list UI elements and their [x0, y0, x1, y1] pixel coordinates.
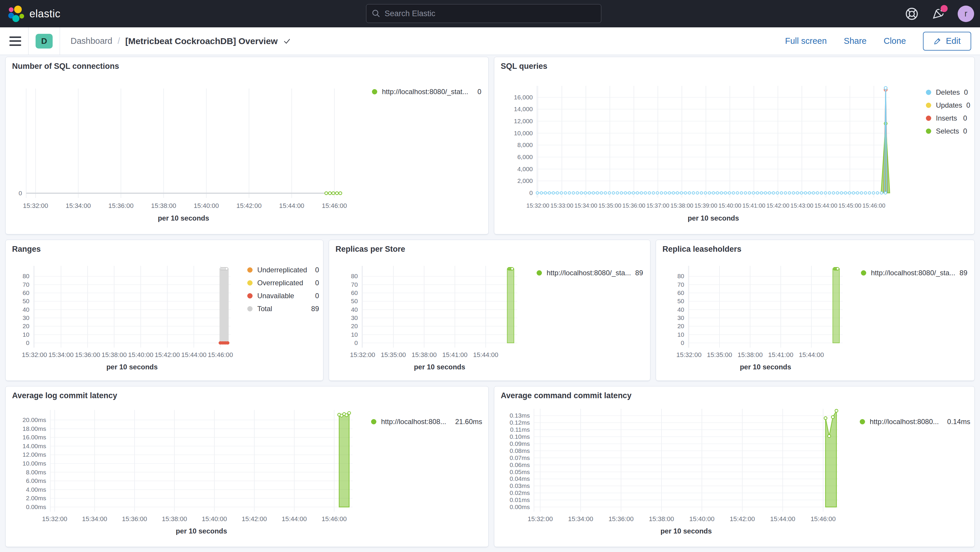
svg-text:15:46:00: 15:46:00	[322, 202, 347, 209]
legend-item[interactable]: Unavailable0	[247, 290, 319, 302]
svg-text:0.06ms: 0.06ms	[509, 461, 530, 468]
svg-text:20.00ms: 20.00ms	[22, 417, 46, 423]
svg-text:10: 10	[351, 331, 358, 338]
svg-text:0.02ms: 0.02ms	[509, 489, 530, 496]
legend-color-dot	[371, 419, 376, 424]
svg-text:60: 60	[678, 290, 684, 296]
replica-leaseholders-chart[interactable]: 0102030405060708015:32:0015:35:0015:38:0…	[656, 240, 975, 381]
dashboard-badge: D	[36, 34, 52, 49]
replicas-per-store-chart[interactable]: 0102030405060708015:32:0015:35:0015:38:0…	[329, 240, 651, 381]
legend-label: Underreplicated	[257, 266, 307, 274]
svg-text:50: 50	[23, 297, 29, 304]
svg-text:per 10 seconds: per 10 seconds	[740, 363, 791, 371]
svg-text:15:40:00: 15:40:00	[194, 202, 219, 209]
sql-connections-chart[interactable]: 015:32:0015:34:0015:36:0015:38:0015:40:0…	[6, 57, 489, 234]
legend-item[interactable]: Deletes0	[926, 86, 967, 99]
legend-color-dot	[247, 293, 253, 299]
svg-text:per 10 seconds: per 10 seconds	[107, 363, 158, 371]
edit-button-label: Edit	[946, 36, 961, 46]
legend-item[interactable]: Overreplicated0	[247, 277, 319, 290]
svg-text:0: 0	[19, 190, 22, 196]
svg-text:2.00ms: 2.00ms	[26, 495, 46, 501]
page-title: [Metricbeat CockroachDB] Overview	[125, 36, 278, 46]
svg-text:15:32:00: 15:32:00	[23, 202, 48, 209]
breadcrumb-dashboard-link[interactable]: Dashboard	[70, 36, 112, 46]
svg-text:15:33:00: 15:33:00	[550, 202, 573, 209]
svg-text:16,000: 16,000	[514, 94, 533, 100]
clone-button[interactable]: Clone	[883, 36, 906, 46]
help-icon[interactable]	[905, 7, 919, 21]
legend-label: http://localhost:8080/_sta...	[547, 269, 631, 277]
command-commit-latency-chart[interactable]: 0.00ms0.01ms0.02ms0.03ms0.04ms0.05ms0.06…	[494, 387, 975, 547]
svg-text:15:40:00: 15:40:00	[202, 515, 227, 523]
svg-text:15:40:00: 15:40:00	[128, 351, 153, 358]
log-commit-latency-chart[interactable]: 0.00ms2.00ms4.00ms6.00ms8.00ms10.00ms12.…	[6, 387, 489, 547]
svg-text:40: 40	[678, 306, 684, 313]
menu-icon[interactable]	[10, 37, 21, 46]
svg-text:15:34:00: 15:34:00	[65, 202, 91, 209]
user-avatar[interactable]: r	[958, 6, 974, 22]
edit-button[interactable]: Edit	[923, 32, 971, 51]
legend-value: 89	[955, 269, 967, 277]
svg-text:15:41:00: 15:41:00	[442, 351, 468, 358]
svg-text:60: 60	[23, 290, 29, 296]
search-icon	[372, 9, 380, 18]
svg-text:15:46:00: 15:46:00	[811, 515, 836, 523]
svg-text:per 10 seconds: per 10 seconds	[414, 363, 465, 371]
global-search[interactable]	[366, 4, 601, 23]
legend-item[interactable]: Selects0	[926, 125, 967, 138]
legend-item[interactable]: Inserts0	[926, 112, 967, 125]
svg-text:70: 70	[678, 281, 684, 288]
elastic-home-link[interactable]: elastic	[8, 6, 60, 22]
legend-item[interactable]: http://localhost:8080/_stat...0	[372, 85, 481, 98]
panel-replicas-per-store: Replicas per Store 0102030405060708015:3…	[329, 240, 651, 381]
svg-text:per 10 seconds: per 10 seconds	[158, 214, 209, 222]
svg-text:0.07ms: 0.07ms	[509, 454, 530, 461]
svg-text:15:42:00: 15:42:00	[730, 515, 755, 523]
svg-text:10,000: 10,000	[514, 130, 533, 137]
svg-text:15:42:00: 15:42:00	[236, 202, 262, 209]
svg-text:15:34:00: 15:34:00	[574, 202, 597, 209]
svg-text:8,000: 8,000	[517, 142, 533, 148]
svg-text:0.05ms: 0.05ms	[509, 468, 530, 475]
legend-item[interactable]: Updates0	[926, 99, 967, 112]
svg-text:0.12ms: 0.12ms	[509, 419, 530, 426]
svg-text:15:44:00: 15:44:00	[279, 202, 304, 209]
legend-color-dot	[247, 280, 253, 286]
legend-value: 0	[962, 101, 970, 110]
legend-item[interactable]: http://localhost:8080/_sta...89	[861, 266, 967, 279]
full-screen-button[interactable]: Full screen	[785, 36, 827, 46]
legend-value: 0	[959, 114, 967, 122]
header-actions: r	[905, 0, 974, 27]
svg-text:30: 30	[351, 314, 358, 321]
svg-text:0: 0	[26, 339, 29, 346]
svg-text:2,000: 2,000	[517, 177, 533, 184]
search-input[interactable]	[385, 9, 596, 18]
svg-text:14,000: 14,000	[514, 106, 533, 112]
svg-text:15:44:00: 15:44:00	[282, 515, 307, 523]
svg-text:15:46:00: 15:46:00	[862, 202, 885, 209]
svg-text:0: 0	[529, 189, 533, 196]
sql-queries-chart[interactable]: 02,0004,0006,0008,00010,00012,00014,0001…	[494, 57, 975, 234]
legend-item[interactable]: http://localhost:8080/_sta...89	[537, 266, 643, 279]
legend-value: 0	[311, 279, 319, 287]
legend-item[interactable]: Total89	[247, 302, 319, 315]
legend-item[interactable]: http://localhost:8080...0.14ms	[860, 415, 970, 428]
svg-text:0: 0	[681, 339, 684, 346]
svg-text:15:44:00: 15:44:00	[473, 351, 498, 358]
kibana-dashboard-app: elastic r	[0, 0, 980, 552]
svg-text:70: 70	[23, 281, 29, 288]
newsfeed-icon[interactable]	[931, 7, 945, 21]
svg-text:4.00ms: 4.00ms	[26, 486, 46, 493]
svg-text:80: 80	[351, 273, 358, 279]
legend-item[interactable]: Underreplicated0	[247, 264, 319, 277]
share-button[interactable]: Share	[844, 36, 867, 46]
svg-text:15:32:00: 15:32:00	[350, 351, 375, 358]
legend-item[interactable]: http://localhost:808...21.60ms	[371, 415, 482, 428]
svg-text:per 10 seconds: per 10 seconds	[688, 214, 739, 222]
elastic-logo-icon	[8, 6, 25, 22]
chart-legend: http://localhost:8080/_stat...0	[372, 85, 481, 98]
global-header: elastic r	[0, 0, 980, 27]
legend-label: http://localhost:8080/_sta...	[871, 269, 955, 277]
svg-text:8.00ms: 8.00ms	[26, 469, 46, 476]
